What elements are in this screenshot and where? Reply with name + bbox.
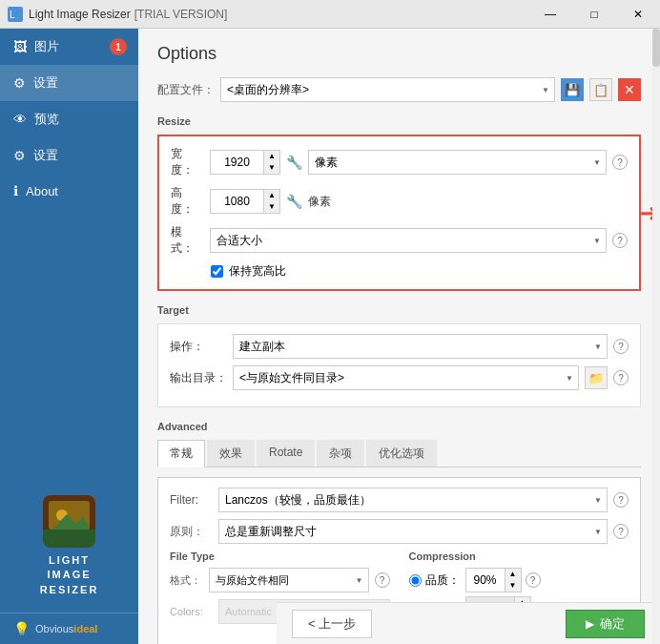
sidebar-item-config[interactable]: ⚙ 设置 xyxy=(0,137,138,174)
quality-help-icon[interactable]: ? xyxy=(526,572,541,588)
app-icon: L xyxy=(8,7,23,22)
mode-help-icon[interactable]: ? xyxy=(612,233,628,248)
sidebar-item-settings[interactable]: ⚙ 设置 xyxy=(0,65,138,101)
compression-title: Compression xyxy=(409,551,629,562)
format-help-icon[interactable]: ? xyxy=(375,572,390,588)
photos-badge: 1 xyxy=(110,38,127,55)
sidebar-logo: LIGHTIMAGERESIZER xyxy=(0,480,138,613)
mode-row: 模式： 合适大小 ? xyxy=(171,224,628,257)
mode-select-wrapper: 合适大小 xyxy=(210,228,607,253)
mode-label: 模式： xyxy=(171,224,204,257)
mode-select[interactable]: 合适大小 xyxy=(210,228,607,253)
quality-spinner: ▲ ▼ xyxy=(465,568,522,592)
save-config-button[interactable]: 💾 xyxy=(561,78,584,101)
main-layout: 🖼 图片 1 ⚙ 设置 👁 预览 ⚙ 设置 ℹ About xyxy=(0,29,660,644)
logo-image xyxy=(43,495,95,548)
sidebar-label-about: About xyxy=(26,184,58,198)
quality-radio[interactable] xyxy=(409,574,422,587)
filter-help-icon[interactable]: ? xyxy=(613,492,629,508)
width-spin-buttons: ▲ ▼ xyxy=(263,151,279,174)
svg-rect-6 xyxy=(43,530,95,548)
filter-select-wrapper: Lanczos（较慢，品质最佳） xyxy=(218,488,608,512)
rule-row: 原则： 总是重新调整尺寸 ? xyxy=(170,519,629,544)
load-config-button[interactable]: 📋 xyxy=(589,78,612,101)
ok-arrow-icon: ▶ xyxy=(586,617,594,631)
filter-select[interactable]: Lanczos（较慢，品质最佳） xyxy=(218,488,608,512)
scrollbar-thumb[interactable] xyxy=(652,29,660,67)
quality-increment[interactable]: ▲ xyxy=(505,569,521,580)
width-spinner: ▲ ▼ xyxy=(210,150,280,175)
operation-row: 操作： 建立副本 ? xyxy=(170,334,629,359)
operation-select[interactable]: 建立副本 xyxy=(233,334,608,359)
delete-config-button[interactable]: ✕ xyxy=(618,78,641,101)
tab-rotate[interactable]: Rotate xyxy=(257,440,315,467)
content-area: Options 配置文件： <桌面的分辨率> 💾 📋 ✕ Resize 宽度： xyxy=(138,29,660,644)
tab-misc[interactable]: 杂项 xyxy=(317,440,364,467)
format-label: 格式： xyxy=(170,573,203,588)
scrollbar-track xyxy=(652,29,660,644)
quality-input[interactable] xyxy=(466,569,505,592)
rule-select[interactable]: 总是重新调整尺寸 xyxy=(218,519,608,544)
resize-box: 宽度： ▲ ▼ 🔧 像素 ? 高度： xyxy=(157,135,641,291)
quality-decrement[interactable]: ▼ xyxy=(505,580,521,592)
height-increment[interactable]: ▲ xyxy=(264,190,279,201)
colors-label: Colors: xyxy=(170,606,213,617)
browse-folder-button[interactable]: 📁 xyxy=(585,366,608,389)
tab-effects[interactable]: 效果 xyxy=(207,440,255,467)
width-wrench-icon[interactable]: 🔧 xyxy=(286,155,302,170)
tab-optimize[interactable]: 优化选项 xyxy=(366,440,437,467)
operation-help-icon[interactable]: ? xyxy=(613,339,629,354)
sidebar-item-preview[interactable]: 👁 预览 xyxy=(0,101,138,137)
format-select[interactable]: 与原始文件相同 xyxy=(209,568,369,592)
bottom-bar: < 上一步 ▶ 确定 xyxy=(277,602,660,644)
back-button[interactable]: < 上一步 xyxy=(292,610,372,638)
width-unit-wrapper: 像素 xyxy=(308,150,607,175)
sidebar-label-photos: 图片 xyxy=(34,38,59,55)
width-decrement[interactable]: ▼ xyxy=(264,162,279,174)
app-title: Light Image Resizer xyxy=(29,8,131,21)
width-input[interactable] xyxy=(211,151,263,174)
height-spin-buttons: ▲ ▼ xyxy=(263,190,279,213)
height-wrench-icon[interactable]: 🔧 xyxy=(286,194,302,209)
tab-general[interactable]: 常规 xyxy=(157,440,205,467)
config-file-select-wrapper: <桌面的分辨率> xyxy=(220,77,555,102)
keep-ratio-checkbox[interactable] xyxy=(211,265,223,278)
sidebar-label-settings: 设置 xyxy=(33,74,58,92)
width-unit-select[interactable]: 像素 xyxy=(308,150,607,175)
quality-spin-btns: ▲ ▼ xyxy=(505,569,521,592)
sidebar-item-about[interactable]: ℹ About xyxy=(0,174,138,208)
ok-button[interactable]: ▶ 确定 xyxy=(566,610,645,638)
config-file-label: 配置文件： xyxy=(157,82,215,98)
trial-badge: [TRIAL VERSION] xyxy=(134,8,228,21)
width-increment[interactable]: ▲ xyxy=(264,151,279,162)
resize-section-title: Resize xyxy=(157,115,641,127)
rule-help-icon[interactable]: ? xyxy=(613,524,629,539)
output-help-icon[interactable]: ? xyxy=(613,370,629,385)
output-select[interactable]: <与原始文件同目录> xyxy=(233,365,579,390)
output-label: 输出目录： xyxy=(170,370,227,386)
maximize-button[interactable]: □ xyxy=(572,0,616,29)
window-controls: — □ ✕ xyxy=(528,0,660,29)
about-icon: ℹ xyxy=(13,183,18,198)
sidebar-label-preview: 预览 xyxy=(34,111,59,128)
width-label: 宽度： xyxy=(171,146,204,178)
quality-label: 品质： xyxy=(425,572,460,589)
bulb-icon: 💡 xyxy=(13,621,30,636)
target-box: 操作： 建立副本 ? 输出目录： <与原始文件同目录> 📁 ? xyxy=(157,323,641,407)
height-decrement[interactable]: ▼ xyxy=(264,201,279,213)
config-file-row: 配置文件： <桌面的分辨率> 💾 📋 ✕ xyxy=(157,77,641,102)
tabs-row: 常规 效果 Rotate 杂项 优化选项 xyxy=(157,440,641,467)
height-row: 高度： ▲ ▼ 🔧 像素 xyxy=(171,185,628,218)
close-button[interactable]: ✕ xyxy=(616,0,660,29)
output-row: 输出目录： <与原始文件同目录> 📁 ? xyxy=(170,365,629,390)
keep-ratio-row: 保持宽高比 xyxy=(211,263,628,280)
width-help-icon[interactable]: ? xyxy=(612,155,628,170)
config-file-select[interactable]: <桌面的分辨率> xyxy=(220,77,555,102)
height-input[interactable] xyxy=(211,190,263,213)
operation-label: 操作： xyxy=(170,339,227,355)
minimize-button[interactable]: — xyxy=(528,0,572,29)
sidebar-bottom: 💡 Obviousideal xyxy=(0,613,138,644)
keep-ratio-label: 保持宽高比 xyxy=(229,263,286,280)
page-title: Options xyxy=(157,44,641,64)
sidebar-item-photos[interactable]: 🖼 图片 1 xyxy=(0,29,138,65)
